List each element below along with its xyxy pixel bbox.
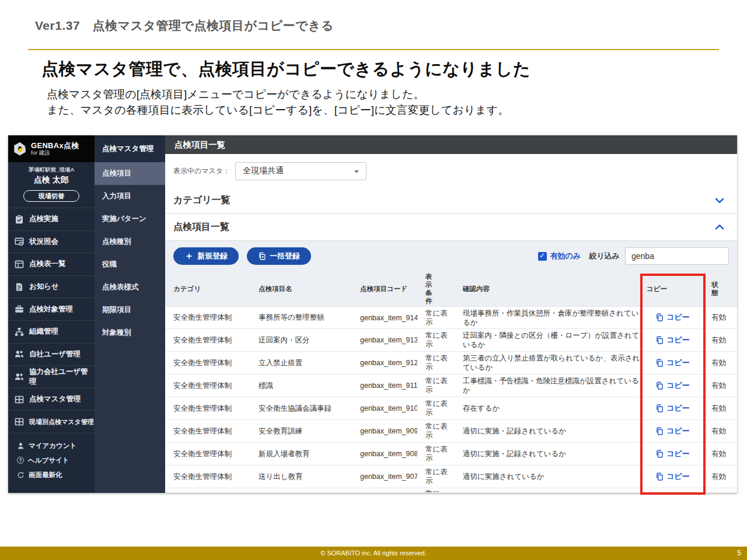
checklist-table-icon bbox=[15, 260, 24, 269]
logo-brand-text: GENBAx点検 bbox=[31, 142, 79, 150]
chevron-up-icon[interactable] bbox=[715, 224, 724, 230]
nav-item-screen-refresh[interactable]: 画面最新化 bbox=[8, 468, 95, 482]
cell-category: 安全衛生管理体制 bbox=[165, 335, 250, 345]
nav-item-status-inquiry[interactable]: 状況照会 bbox=[8, 231, 95, 254]
cell-confirmation: 現場事務所・作業員休憩所・倉庫が整理整頓されているか bbox=[455, 309, 642, 327]
table-row: 安全衛生管理体制 安全衛生協議会議事録 genbax_item_910 常に表示… bbox=[165, 397, 737, 420]
cell-confirmation: 迂回案内・隣接との区分（柵・ロープ）が設置されているか bbox=[455, 331, 642, 349]
subnav-item-deadline-items[interactable]: 期限項目 bbox=[95, 299, 165, 321]
cell-status: 有効 bbox=[703, 381, 737, 391]
copy-button[interactable]: コピー bbox=[655, 426, 690, 436]
new-registration-button[interactable]: ＋ 新規登録 bbox=[173, 247, 239, 265]
nav-item-company-users[interactable]: 自社ユーザ管理 bbox=[8, 344, 95, 366]
cell-status: 有効 bbox=[703, 426, 737, 436]
subnav-header: 点検マスタ管理 bbox=[95, 135, 165, 162]
cell-display-condition: 常に表示 bbox=[417, 445, 455, 463]
nav-item-master-management[interactable]: 点検マスタ管理 bbox=[8, 388, 95, 411]
nav-item-target-management[interactable]: 点検対象管理 bbox=[8, 298, 95, 321]
notice-document-icon bbox=[15, 282, 24, 292]
header-item-code: 点検項目コード bbox=[352, 285, 417, 293]
cell-copy: コピー bbox=[642, 449, 703, 460]
user-info: 茅場町駅前_現場A 点検 太郎 現場切替 bbox=[8, 162, 95, 208]
master-select-label: 表示中のマスタ： bbox=[173, 166, 230, 176]
header-category: カテゴリ bbox=[165, 285, 250, 293]
cell-item-name: 立入禁止措置 bbox=[250, 358, 352, 368]
footer-copyright: © SORABITO inc. All rights reserved. bbox=[0, 547, 747, 560]
header-confirmation: 確認内容 bbox=[455, 284, 642, 293]
cell-category: 安全衛生管理体制 bbox=[165, 472, 250, 482]
cell-confirmation: 存在するか bbox=[455, 404, 642, 413]
cell-category: 安全衛生管理体制 bbox=[165, 381, 250, 391]
nav-item-site-master-management[interactable]: 現場別点検マスタ管理 bbox=[8, 411, 95, 433]
table-row: 安全衛生管理体制 迂回案内・区分 genbax_item_913 常に表示 迂回… bbox=[165, 329, 737, 352]
copy-button[interactable]: コピー bbox=[655, 380, 690, 391]
cell-confirmation: 適切に実施されているか bbox=[455, 472, 642, 481]
subtitle-line-2: また、マスタの各種項目に表示している[コピーする]を、[コピー]に文言変更してお… bbox=[47, 102, 509, 118]
subnav-item-input-items[interactable]: 入力項目 bbox=[95, 185, 165, 208]
org-chart-icon bbox=[15, 327, 24, 337]
bulk-registration-button[interactable]: 一括登録 bbox=[247, 247, 311, 265]
logo-sub-text: for 建設 bbox=[31, 150, 79, 156]
cell-status: 有効 bbox=[703, 358, 737, 368]
nav-item-partner-users[interactable]: 協力会社ユーザ管理 bbox=[8, 366, 95, 388]
cell-copy: コピー bbox=[642, 380, 703, 391]
copy-button[interactable]: コピー bbox=[655, 358, 690, 368]
gold-divider bbox=[28, 49, 719, 50]
keyword-filter-input[interactable] bbox=[625, 247, 729, 265]
cell-display-condition: 常に表示 bbox=[417, 422, 455, 440]
cell-display-condition: 常に表示 bbox=[417, 377, 455, 394]
nav-item-checklist-list[interactable]: 点検表一覧 bbox=[8, 253, 95, 276]
cell-confirmation: 適切に実施・記録されているか bbox=[455, 449, 642, 459]
subnav-item-role[interactable]: 役職 bbox=[95, 253, 165, 276]
status-inquiry-icon bbox=[15, 237, 24, 246]
subnav-item-inspection-type[interactable]: 点検種別 bbox=[95, 230, 165, 253]
copy-button[interactable]: コピー bbox=[655, 312, 690, 323]
cell-display-condition: 常に表示 bbox=[417, 468, 455, 485]
primary-nav-list: 点検実施 状況照会 点検表一覧 お知らせ 点検対象管理 bbox=[8, 208, 95, 433]
site-switch-button[interactable]: 現場切替 bbox=[23, 190, 79, 202]
cell-item-name: 安全教育訓練 bbox=[250, 426, 352, 436]
release-note-slide: Ver1.37 点検マスタ管理で点検項目がコピーできる 点検マスタ管理で、点検項… bbox=[0, 0, 747, 560]
table-row: 安全衛生管理体制 送り出し教育 genbax_item_907 常に表示 適切に… bbox=[165, 466, 737, 488]
briefcase-icon bbox=[15, 304, 24, 314]
site-master-grid-icon bbox=[15, 417, 24, 426]
slide-title: 点検マスタ管理で、点検項目がコピーできるようになりました bbox=[41, 58, 530, 81]
copy-icon bbox=[655, 313, 664, 321]
cell-copy: コピー bbox=[642, 358, 703, 369]
cell-category: 安全衛生管理体制 bbox=[165, 449, 250, 459]
copy-button[interactable]: コピー bbox=[655, 471, 690, 482]
nav-item-notices[interactable]: お知らせ bbox=[8, 276, 95, 299]
genba-logo-icon bbox=[12, 141, 27, 156]
subnav-item-checklist-format[interactable]: 点検表様式 bbox=[95, 276, 165, 299]
cell-item-name: 標識 bbox=[250, 381, 352, 391]
master-select[interactable]: 全現場共通 bbox=[235, 162, 366, 180]
cell-display-condition: 常に表示 bbox=[417, 309, 455, 327]
subnav-item-execution-pattern[interactable]: 実施パターン bbox=[95, 208, 165, 230]
slide-header: Ver1.37 点検マスタ管理で点検項目がコピーできる bbox=[35, 18, 334, 34]
chevron-down-icon[interactable] bbox=[715, 198, 724, 204]
nav-item-org-management[interactable]: 組織管理 bbox=[8, 321, 95, 344]
nav-item-inspection-execute[interactable]: 点検実施 bbox=[8, 208, 95, 231]
copy-button[interactable]: コピー bbox=[655, 335, 690, 345]
header-copy: コピー bbox=[642, 285, 703, 293]
cell-copy: コピー bbox=[642, 426, 703, 437]
nav-item-my-account[interactable]: マイアカウント bbox=[8, 439, 95, 453]
active-only-label: 有効のみ bbox=[550, 251, 581, 261]
copy-icon bbox=[655, 359, 664, 367]
subnav-item-target-type[interactable]: 対象種別 bbox=[95, 321, 165, 344]
active-only-checkbox[interactable] bbox=[538, 252, 547, 261]
filter-controls: 有効のみ 絞り込み bbox=[538, 247, 729, 265]
master-filter-row: 表示中のマスタ： 全現場共通 bbox=[165, 154, 737, 188]
cell-status: 有効 bbox=[703, 472, 737, 482]
cell-display-condition: 常に表示 bbox=[417, 354, 455, 372]
nav-item-help-site[interactable]: ヘルプサイト bbox=[8, 453, 95, 468]
copy-button[interactable]: コピー bbox=[655, 449, 690, 459]
cell-item-code: genbax_item_908 bbox=[352, 450, 417, 458]
subnav-item-inspection-items[interactable]: 点検項目 bbox=[95, 162, 165, 185]
cell-confirmation: 第三者の立入り禁止措置が取られているか、表示されているか bbox=[455, 354, 642, 372]
cell-item-name: 事務所等の整理整頓 bbox=[250, 313, 352, 323]
copy-button[interactable]: コピー bbox=[655, 403, 690, 414]
refresh-icon bbox=[17, 471, 25, 479]
partial-display-cell: 常に bbox=[417, 488, 455, 493]
table-header-row: カテゴリ 点検項目名 点検項目コード 表示条件 確認内容 コピー 状態 bbox=[165, 271, 737, 306]
